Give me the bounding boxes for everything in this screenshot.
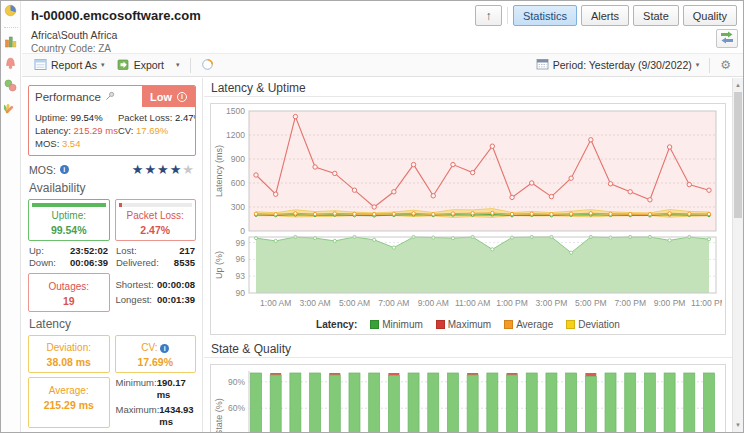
info-icon[interactable]: i xyxy=(60,165,69,174)
header-separator xyxy=(507,7,508,24)
performance-card: Performance Low i Uptime: 99.54% Latency… xyxy=(28,85,196,156)
availability-rows: Up:23:52:02 Down:00:06:39 Lost:217 Deliv… xyxy=(29,245,195,269)
svg-text:9:00 PM: 9:00 PM xyxy=(654,298,686,308)
star-icon: ★ xyxy=(170,162,183,177)
toolbar: Report As ▾ Export ▾ Period: Yesterday (… xyxy=(22,53,743,77)
latency-uptime-panel-title: Latency & Uptime xyxy=(204,78,732,97)
svg-text:30%: 30% xyxy=(228,430,245,432)
state-quality-chart: 90%60%30%State (%) xyxy=(213,367,722,432)
collapse-up-button[interactable]: ↑ xyxy=(475,5,502,26)
compare-button[interactable] xyxy=(716,29,738,48)
sidebar-item-charts[interactable] xyxy=(4,36,18,50)
performance-stats: Uptime: 99.54% Latency: 215.29 ms MOS: 3… xyxy=(29,107,195,155)
latency-uptime-chart: 030060090012001500Latency (ms)99969390Up… xyxy=(213,106,722,312)
tab-quality[interactable]: Quality xyxy=(683,5,737,26)
svg-text:1200: 1200 xyxy=(226,130,245,140)
report-as-label: Report As xyxy=(51,59,97,71)
scroll-up-arrow[interactable]: ▲ xyxy=(733,79,743,91)
view-tabs: Statistics Alerts State Quality xyxy=(513,5,737,26)
sidebar-item-alerts[interactable] xyxy=(4,58,18,72)
calendar-icon xyxy=(536,58,549,72)
chevron-down-icon: ▾ xyxy=(696,61,700,69)
perf-stat-uptime: Uptime: 99.54% xyxy=(35,111,118,124)
packet-loss-box: Packet Loss: 2.47% xyxy=(115,199,197,241)
badge-label: Low xyxy=(150,91,172,103)
average-block: Average: 215.29 ms Minimum:190.17 ms Max… xyxy=(28,377,196,428)
host-location: Africa\South Africa Country Code: ZA xyxy=(31,29,716,53)
longest-row: Longest:00:01:39 xyxy=(116,294,196,306)
legend-label: Average xyxy=(516,319,553,330)
outages-block: Outages: 19 Shortest:00:00:08 Longest:00… xyxy=(28,273,196,312)
svg-text:0: 0 xyxy=(240,226,245,236)
mos-row: MOS: i ★★★★★ xyxy=(29,163,195,176)
svg-text:3:00 AM: 3:00 AM xyxy=(299,298,330,308)
svg-text:1:00 AM: 1:00 AM xyxy=(260,298,291,308)
tab-state[interactable]: State xyxy=(633,5,679,26)
perf-stat-cv: CV: 17.69% xyxy=(118,124,196,137)
stats-column: Performance Low i Uptime: 99.54% Latency… xyxy=(22,78,203,432)
svg-text:Up (%): Up (%) xyxy=(214,251,224,279)
svg-text:99: 99 xyxy=(236,238,246,248)
sidebar-separator xyxy=(4,27,18,28)
star-icon: ★ xyxy=(182,162,195,177)
packet-loss-bar xyxy=(119,203,193,207)
sidebar xyxy=(1,1,21,432)
page-title: h-00000.emcosoftware.com xyxy=(31,8,475,23)
export-dropdown-button[interactable]: ▾ xyxy=(170,58,186,72)
cv-box: CV: i 17.69% xyxy=(115,335,197,373)
tab-alerts[interactable]: Alerts xyxy=(581,5,629,26)
legend-swatch xyxy=(504,320,513,329)
info-icon[interactable]: i xyxy=(160,344,169,353)
tab-statistics[interactable]: Statistics xyxy=(513,5,577,26)
vertical-scrollbar[interactable]: ▲ ▼ xyxy=(732,78,743,432)
mos-label: MOS: xyxy=(29,164,56,176)
scroll-down-arrow[interactable]: ▼ xyxy=(733,419,743,431)
legend-label: Deviation xyxy=(578,319,620,330)
svg-text:5:00 PM: 5:00 PM xyxy=(575,298,607,308)
latency-heading: Latency xyxy=(29,317,195,331)
perf-stat-packet-loss: Packet Loss: 2.47% xyxy=(118,111,196,124)
chart-legend: Latency: MinimumMaximumAverageDeviation xyxy=(213,316,723,332)
header: h-00000.emcosoftware.com ↑ Statistics Al… xyxy=(22,1,743,28)
export-icon xyxy=(117,58,130,73)
svg-text:11:00 AM: 11:00 AM xyxy=(455,298,490,308)
star-icon: ★ xyxy=(157,162,170,177)
latency-boxes: Deviation: 38.08 ms CV: i 17.69% xyxy=(28,335,196,373)
report-as-button[interactable]: Report As ▾ xyxy=(28,55,111,76)
perf-stat-latency: Latency: 215.29 ms xyxy=(35,124,118,137)
toolbar-separator xyxy=(190,58,191,73)
state-circles-icon xyxy=(4,78,17,96)
svg-text:96: 96 xyxy=(236,254,246,264)
svg-text:1500: 1500 xyxy=(226,106,245,116)
svg-text:7:00 AM: 7:00 AM xyxy=(378,298,409,308)
pin-icon[interactable] xyxy=(105,91,115,103)
sidebar-item-state[interactable] xyxy=(4,80,18,94)
latency-uptime-chart-block: 030060090012001500Latency (ms)99969390Up… xyxy=(210,103,726,335)
sidebar-item-statistics[interactable] xyxy=(4,5,18,19)
average-box: Average: 215.29 ms xyxy=(28,377,110,428)
sidebar-item-quality[interactable] xyxy=(4,102,18,116)
svg-text:60%: 60% xyxy=(228,403,245,413)
up-row: Up:23:52:02 xyxy=(29,245,108,257)
gear-icon: ⚙ xyxy=(720,58,731,72)
outage-durations: Shortest:00:00:08 Longest:00:01:39 xyxy=(115,273,197,312)
uptime-box: Uptime: 99.54% xyxy=(28,199,110,241)
svg-text:90%: 90% xyxy=(228,377,245,387)
country-code-text: Country Code: ZA xyxy=(31,43,716,54)
state-quality-chart-block: 90%60%30%State (%) xyxy=(210,364,726,432)
export-button[interactable]: Export xyxy=(111,55,170,76)
maximum-row: Maximum:1434.93 ms xyxy=(116,404,196,428)
availability-heading: Availability xyxy=(29,181,195,195)
scrollbar-thumb[interactable] xyxy=(734,92,742,218)
history-button[interactable] xyxy=(195,55,220,76)
report-icon xyxy=(34,58,47,73)
minimum-row: Minimum:190.17 ms xyxy=(116,377,196,401)
pie-chart-icon xyxy=(4,3,17,21)
settings-button[interactable]: ⚙ xyxy=(714,55,737,75)
legend-item: Maximum xyxy=(436,319,491,330)
deviation-box: Deviation: 38.08 ms xyxy=(28,335,110,373)
shortest-row: Shortest:00:00:08 xyxy=(116,279,196,291)
info-icon[interactable]: i xyxy=(177,92,187,102)
period-selector[interactable]: Period: Yesterday (9/30/2022) ▾ xyxy=(530,55,705,75)
quality-fan-icon xyxy=(4,100,17,118)
